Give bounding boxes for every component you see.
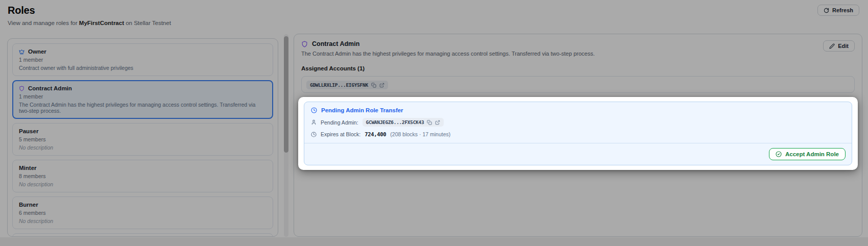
expires-row: Expires at Block: 724,400 (208 blocks · … bbox=[311, 131, 845, 137]
page-bottom-strip bbox=[0, 237, 868, 246]
role-description: No description bbox=[19, 181, 267, 187]
assigned-accounts-heading: Assigned Accounts (1) bbox=[301, 65, 855, 71]
clock-icon bbox=[311, 107, 317, 113]
role-description: No description bbox=[19, 218, 267, 224]
subtitle-suffix: on Stellar Testnet bbox=[124, 20, 171, 26]
role-description: Contract owner with full administrative … bbox=[19, 65, 267, 71]
role-card-burner[interactable]: Burner 6 members No description bbox=[12, 196, 273, 229]
detail-head-text: Contract Admin The Contract Admin has th… bbox=[301, 40, 595, 57]
shield-icon bbox=[19, 86, 25, 91]
expires-block-number: 724,400 bbox=[365, 131, 386, 137]
page-header-text: Roles View and manage roles for MyFirstC… bbox=[8, 5, 171, 26]
accept-admin-role-button[interactable]: Accept Admin Role bbox=[769, 148, 846, 160]
role-member-count: 8 members bbox=[19, 173, 267, 179]
roles-list-panel: Owner 1 member Contract owner with full … bbox=[7, 38, 278, 237]
role-member-count: 1 member bbox=[19, 93, 267, 100]
pending-admin-address: GCWANJEGZ6...2FX5CK43 bbox=[366, 119, 424, 125]
page-subtitle: View and manage roles for MyFirstContrac… bbox=[8, 20, 171, 26]
shield-icon bbox=[301, 41, 308, 47]
scrollbar-thumb[interactable] bbox=[284, 36, 288, 153]
pending-admin-transfer-card: Pending Admin Role Transfer Pending Admi… bbox=[304, 102, 852, 165]
role-name: Burner bbox=[19, 202, 38, 208]
subtitle-contract-name: MyFirstContract bbox=[79, 20, 124, 26]
role-card-owner[interactable]: Owner 1 member Contract owner with full … bbox=[12, 43, 273, 76]
roles-list-scrollbar[interactable] bbox=[284, 34, 288, 237]
external-link-icon[interactable] bbox=[379, 83, 384, 88]
crown-icon bbox=[19, 49, 25, 55]
detail-role-description: The Contract Admin has the highest privi… bbox=[301, 51, 595, 57]
role-card-minter[interactable]: Minter 8 members No description bbox=[12, 160, 273, 192]
role-name: Contract Admin bbox=[28, 85, 72, 91]
detail-role-title: Contract Admin bbox=[312, 40, 359, 47]
expires-label: Expires at Block: bbox=[321, 131, 360, 137]
role-member-count: 1 member bbox=[19, 57, 267, 63]
role-detail-panel: Contract Admin The Contract Admin has th… bbox=[294, 34, 862, 237]
page-title: Roles bbox=[8, 5, 171, 16]
accept-button-label: Accept Admin Role bbox=[785, 151, 839, 157]
role-card-viewer[interactable]: Viewer 5 members No description bbox=[12, 233, 273, 237]
pending-admin-address-chip: GCWANJEGZ6...2FX5CK43 bbox=[363, 118, 444, 127]
external-link-icon[interactable] bbox=[435, 120, 440, 125]
assigned-accounts-box: GDWLLRXLIP...EIGY5FNK bbox=[301, 76, 855, 93]
role-description: The Contract Admin has the highest privi… bbox=[19, 102, 267, 114]
copy-icon[interactable] bbox=[371, 83, 376, 88]
role-name: Minter bbox=[19, 165, 37, 171]
role-member-count: 6 members bbox=[19, 210, 267, 216]
pending-admin-row: Pending Admin: GCWANJEGZ6...2FX5CK43 bbox=[311, 118, 845, 127]
pending-transfer-title: Pending Admin Role Transfer bbox=[321, 107, 403, 113]
spotlight-highlight: Pending Admin Role Transfer Pending Admi… bbox=[298, 97, 858, 170]
role-name: Pauser bbox=[19, 128, 38, 134]
subtitle-prefix: View and manage roles for bbox=[8, 20, 79, 26]
clock-icon bbox=[311, 132, 317, 137]
pending-admin-label: Pending Admin: bbox=[321, 119, 358, 126]
refresh-button[interactable]: Refresh bbox=[817, 5, 859, 16]
role-name: Owner bbox=[28, 48, 46, 55]
account-address: GDWLLRXLIP...EIGY5FNK bbox=[310, 82, 368, 88]
refresh-icon bbox=[824, 8, 829, 13]
expires-note: (208 blocks · 17 minutes) bbox=[390, 131, 450, 137]
role-card-contract-admin[interactable]: Contract Admin 1 member The Contract Adm… bbox=[12, 80, 273, 119]
role-member-count: 5 members bbox=[19, 136, 267, 142]
user-icon bbox=[311, 119, 317, 125]
copy-icon[interactable] bbox=[427, 120, 432, 125]
refresh-button-label: Refresh bbox=[832, 7, 853, 13]
role-description: No description bbox=[19, 144, 267, 151]
account-address-chip: GDWLLRXLIP...EIGY5FNK bbox=[306, 81, 388, 89]
edit-button-label: Edit bbox=[838, 43, 849, 49]
check-circle-icon bbox=[776, 151, 782, 157]
role-card-pauser[interactable]: Pauser 5 members No description bbox=[12, 123, 273, 156]
pencil-icon bbox=[829, 43, 835, 49]
edit-button[interactable]: Edit bbox=[823, 40, 855, 52]
page-header: Roles View and manage roles for MyFirstC… bbox=[8, 5, 859, 26]
